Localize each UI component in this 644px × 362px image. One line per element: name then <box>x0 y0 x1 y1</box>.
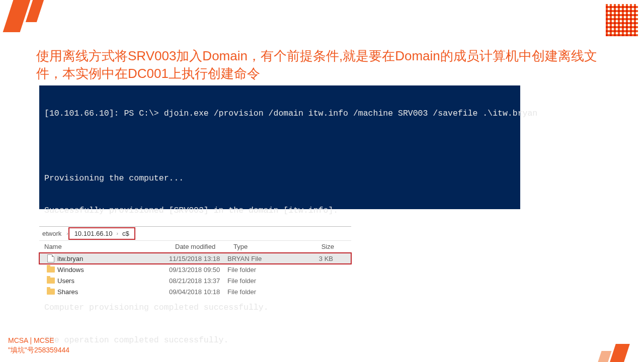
file-date: 11/15/2018 13:18 <box>169 255 227 262</box>
file-type: File folder <box>227 288 287 296</box>
file-name: itw.bryan <box>57 255 169 262</box>
file-type: File folder <box>227 277 287 285</box>
deco-shape <box>3 0 31 32</box>
deco-shape <box>598 351 611 362</box>
slide: 使用离线方式将SRV003加入Domain，有个前提条件,就是要在Domain的… <box>0 0 644 362</box>
footer-line: "填坑"号258359444 <box>8 345 69 355</box>
qr-code <box>605 3 639 37</box>
terminal-line <box>44 138 515 154</box>
file-type: File folder <box>227 266 287 274</box>
terminal-line: Successfully provisioned [SRV003] in the… <box>44 203 515 219</box>
terminal-line: [10.101.66.10]: PS C:\> djoin.exe /provi… <box>44 106 515 122</box>
address-segment[interactable]: 10.101.66.10 <box>74 230 113 237</box>
file-explorer: etwork › 10.101.66.10 › c$ Name Date mod… <box>39 226 351 297</box>
file-name: Shares <box>57 288 169 296</box>
column-header-type[interactable]: Type <box>228 241 288 252</box>
slide-title: 使用离线方式将SRV003加入Domain，有个前提条件,就是要在Domain的… <box>36 47 600 82</box>
folder-icon <box>47 289 55 295</box>
file-name: Users <box>57 277 169 285</box>
folder-icon <box>47 266 55 273</box>
address-path-highlight: 10.101.66.10 › c$ <box>68 227 135 240</box>
file-date: 09/13/2018 09:50 <box>169 266 227 274</box>
folder-row[interactable]: Windows09/13/2018 09:50File folder <box>39 264 351 275</box>
column-header-date[interactable]: Date modified <box>170 241 228 252</box>
folder-row[interactable]: Users08/21/2018 13:37File folder <box>39 275 351 286</box>
footer-line: MCSA | MCSE <box>8 336 69 345</box>
powershell-terminal: [10.101.66.10]: PS C:\> djoin.exe /provi… <box>39 85 520 209</box>
file-icon <box>47 254 54 262</box>
file-date: 09/04/2018 10:18 <box>169 288 227 296</box>
file-name: Windows <box>57 266 169 274</box>
chevron-right-icon: › <box>117 231 118 236</box>
terminal-line: Provisioning the computer... <box>44 170 515 187</box>
folder-icon <box>47 278 55 284</box>
file-size: 3 KB <box>287 255 340 262</box>
terminal-line: The operation completed successfully. <box>44 332 515 348</box>
footer: MCSA | MCSE "填坑"号258359444 <box>8 336 69 355</box>
file-list: itw.bryan11/15/2018 13:18BRYAN File3 KBW… <box>39 253 351 297</box>
column-header-size[interactable]: Size <box>288 241 341 252</box>
file-date: 08/21/2018 13:37 <box>169 277 227 285</box>
file-row[interactable]: itw.bryan11/15/2018 13:18BRYAN File3 KB <box>39 253 351 264</box>
terminal-line: Computer provisioning completed successf… <box>44 300 515 316</box>
file-type: BRYAN File <box>227 255 287 262</box>
address-segment[interactable]: c$ <box>122 230 129 237</box>
address-prefix: etwork <box>42 230 61 237</box>
address-bar[interactable]: etwork › 10.101.66.10 › c$ <box>39 227 351 241</box>
column-header-name[interactable]: Name <box>39 241 170 252</box>
deco-shape <box>610 344 630 362</box>
folder-row[interactable]: Shares09/04/2018 10:18File folder <box>39 286 351 297</box>
column-header-row: Name Date modified Type Size <box>39 241 351 253</box>
